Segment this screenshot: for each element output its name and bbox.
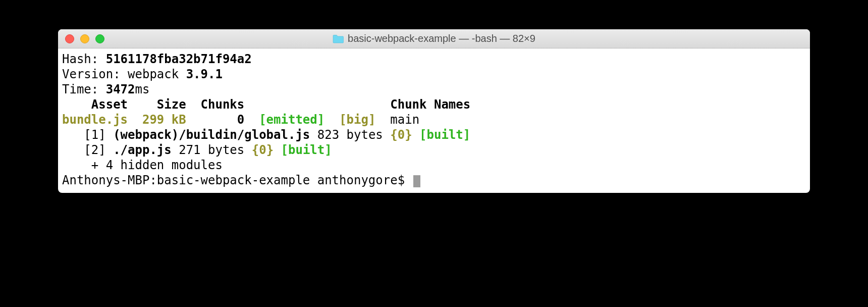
hidden-modules: + 4 hidden modules (62, 158, 223, 172)
asset-name: bundle.js (62, 113, 128, 127)
traffic-lights (58, 34, 104, 43)
titlebar[interactable]: basic-webpack-example — -bash — 82×9 (58, 29, 810, 48)
mod1-name: (webpack)/buildin/global.js (113, 128, 310, 142)
mod1-size: 823 bytes (317, 128, 383, 142)
time-label: Time: (62, 82, 106, 96)
col-chunk-names: Chunk Names (390, 97, 470, 112)
asset-size: 299 kB (142, 113, 186, 127)
mod2-group-close: } (266, 143, 274, 157)
time-unit: ms (135, 82, 150, 96)
mod1-index: [1] (84, 128, 105, 142)
mod2-group-open: { (252, 143, 259, 157)
window-title: basic-webpack-example — -bash — 82×9 (348, 33, 535, 44)
terminal-window: basic-webpack-example — -bash — 82×9 Has… (58, 29, 810, 193)
time-value: 3472 (106, 82, 135, 96)
col-asset: Asset (91, 97, 128, 112)
version-label: Version: webpack (62, 67, 186, 81)
close-button[interactable] (65, 34, 74, 43)
mod2-group-num: 0 (259, 143, 266, 157)
emitted-tag: [emitted] (259, 113, 324, 127)
mod2-size: 271 bytes (179, 143, 244, 157)
terminal-output[interactable]: Hash: 5161178fba32b71f94a2 Version: webp… (58, 48, 810, 193)
folder-icon (333, 34, 344, 43)
shell-prompt: Anthonys-MBP:basic-webpack-example antho… (62, 173, 412, 187)
chunk-number: 0 (237, 113, 244, 127)
mod2-name: ./app.js (113, 143, 172, 157)
big-tag: [big] (339, 113, 375, 127)
chunk-name: main (390, 113, 419, 127)
mod2-index: [2] (84, 143, 105, 157)
cursor[interactable] (413, 175, 420, 187)
hash-value: 5161178fba32b71f94a2 (106, 52, 252, 66)
mod1-group-close: } (405, 128, 412, 142)
minimize-button[interactable] (80, 34, 89, 43)
hash-label: Hash: (62, 52, 106, 66)
mod1-group-open: { (390, 128, 397, 142)
version-value: 3.9.1 (186, 67, 223, 81)
col-size: Size (157, 97, 186, 112)
window-title-area: basic-webpack-example — -bash — 82×9 (333, 33, 535, 44)
mod2-built: [built] (281, 143, 332, 157)
maximize-button[interactable] (95, 34, 104, 43)
mod1-group-num: 0 (398, 128, 405, 142)
col-chunks: Chunks (201, 97, 245, 112)
mod1-built: [built] (419, 128, 470, 142)
